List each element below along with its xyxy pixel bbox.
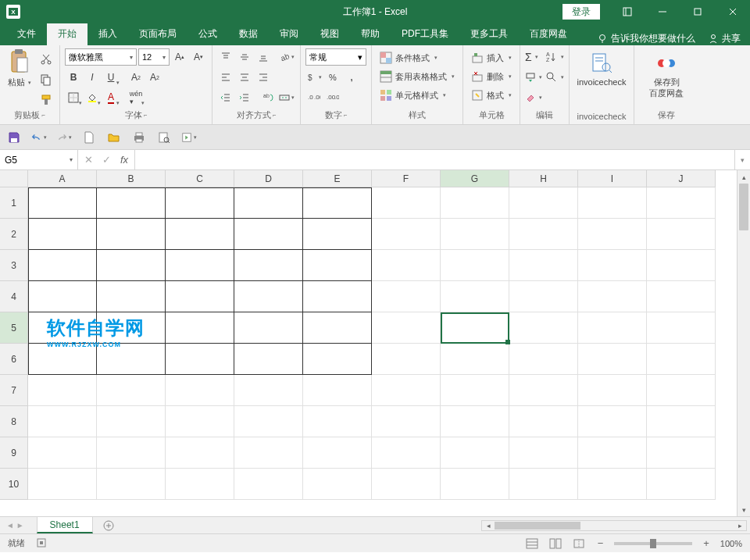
insert-cells-button[interactable]: 插入▾ bbox=[468, 48, 515, 67]
tab-file[interactable]: 文件 bbox=[6, 23, 47, 45]
col-header-G[interactable]: G bbox=[441, 170, 509, 187]
cell[interactable] bbox=[509, 281, 578, 312]
cell[interactable] bbox=[372, 375, 441, 406]
row-header-5[interactable]: 5 bbox=[0, 312, 28, 344]
cut-button[interactable] bbox=[38, 52, 55, 67]
cell[interactable] bbox=[166, 312, 234, 344]
col-header-E[interactable]: E bbox=[303, 170, 372, 187]
print-preview-button[interactable] bbox=[156, 130, 172, 145]
cell[interactable] bbox=[166, 281, 234, 312]
merge-button[interactable]: ▾ bbox=[278, 89, 295, 106]
format-cells-button[interactable]: 格式▾ bbox=[468, 86, 515, 105]
page-break-view-button[interactable] bbox=[571, 537, 587, 551]
save-baidu-button[interactable]: 保存到百度网盘 bbox=[639, 48, 694, 98]
cell[interactable] bbox=[441, 406, 509, 437]
tab-formulas[interactable]: 公式 bbox=[188, 23, 228, 45]
cell[interactable] bbox=[372, 187, 441, 219]
redo-button[interactable]: ▾ bbox=[56, 130, 72, 145]
fill-color-button[interactable] bbox=[84, 89, 101, 106]
save-button[interactable] bbox=[6, 130, 22, 145]
scroll-left-button[interactable]: ◂ bbox=[482, 521, 495, 530]
tab-data[interactable]: 数据 bbox=[228, 23, 269, 45]
align-top-button[interactable] bbox=[217, 48, 234, 66]
paste-button[interactable]: 粘贴▾ bbox=[5, 48, 34, 88]
row-header-1[interactable]: 1 bbox=[0, 187, 28, 219]
align-bottom-button[interactable] bbox=[255, 48, 272, 66]
delete-cells-button[interactable]: 删除▾ bbox=[468, 67, 515, 86]
align-right-button[interactable] bbox=[255, 69, 272, 86]
cell[interactable] bbox=[647, 469, 716, 500]
cell[interactable] bbox=[578, 344, 647, 375]
cell[interactable] bbox=[578, 406, 647, 437]
bold-button[interactable]: B bbox=[65, 69, 82, 86]
cell[interactable] bbox=[441, 437, 509, 469]
cell[interactable] bbox=[166, 219, 234, 250]
cell[interactable] bbox=[234, 375, 303, 406]
col-header-H[interactable]: H bbox=[509, 170, 578, 187]
italic-button[interactable]: I bbox=[84, 69, 101, 86]
font-subscript-button[interactable]: A2 bbox=[146, 69, 163, 86]
cell[interactable] bbox=[647, 187, 716, 219]
cell[interactable] bbox=[509, 406, 578, 437]
zoom-in-button[interactable]: + bbox=[700, 537, 712, 549]
tab-more-tools[interactable]: 更多工具 bbox=[459, 23, 519, 45]
cell[interactable] bbox=[441, 344, 509, 375]
cell[interactable] bbox=[578, 469, 647, 500]
tab-review[interactable]: 审阅 bbox=[269, 23, 309, 45]
cell[interactable] bbox=[234, 219, 303, 250]
cell[interactable] bbox=[441, 469, 509, 500]
cell[interactable] bbox=[441, 250, 509, 281]
find-select-button[interactable]: ▾ bbox=[545, 69, 564, 86]
cell[interactable] bbox=[509, 344, 578, 375]
sheet-tab-active[interactable]: Sheet1 bbox=[37, 517, 93, 533]
cell[interactable] bbox=[97, 187, 166, 219]
scroll-down-button[interactable]: ▾ bbox=[738, 503, 750, 516]
font-superscript-button[interactable]: A2 bbox=[127, 69, 145, 86]
new-file-button[interactable] bbox=[81, 130, 97, 145]
increase-indent-button[interactable] bbox=[236, 89, 253, 106]
macro-record-icon[interactable] bbox=[36, 537, 47, 550]
sort-filter-button[interactable]: AZ▾ bbox=[545, 48, 564, 66]
cell[interactable] bbox=[578, 312, 647, 344]
decrease-decimal-button[interactable]: .00.0 bbox=[324, 89, 341, 106]
zoom-out-button[interactable]: − bbox=[595, 537, 607, 549]
cancel-formula-button[interactable]: ✕ bbox=[84, 154, 93, 166]
zoom-level[interactable]: 100% bbox=[720, 539, 742, 548]
cell[interactable] bbox=[578, 281, 647, 312]
cell[interactable] bbox=[234, 469, 303, 500]
row-header-4[interactable]: 4 bbox=[0, 281, 28, 312]
format-as-table-button[interactable]: 套用表格格式▾ bbox=[377, 67, 458, 86]
increase-decimal-button[interactable]: .0.00 bbox=[305, 89, 323, 106]
cell[interactable] bbox=[441, 187, 509, 219]
autosum-button[interactable]: Σ▾ bbox=[525, 48, 542, 66]
cell[interactable] bbox=[303, 219, 372, 250]
number-format-select[interactable]: 常规▾ bbox=[305, 48, 366, 66]
cell[interactable] bbox=[578, 250, 647, 281]
align-left-button[interactable] bbox=[217, 69, 234, 86]
cell[interactable] bbox=[166, 250, 234, 281]
accounting-format-button[interactable]: $▾ bbox=[305, 69, 323, 86]
cell[interactable] bbox=[509, 437, 578, 469]
login-button[interactable]: 登录 bbox=[562, 4, 600, 20]
cell[interactable] bbox=[234, 187, 303, 219]
normal-view-button[interactable] bbox=[524, 537, 540, 551]
tab-pdf-tools[interactable]: PDF工具集 bbox=[391, 23, 459, 45]
cell[interactable] bbox=[166, 187, 234, 219]
cell[interactable] bbox=[28, 469, 97, 500]
col-header-J[interactable]: J bbox=[647, 170, 716, 187]
cell[interactable] bbox=[234, 437, 303, 469]
wrap-text-button[interactable]: ab bbox=[259, 89, 277, 106]
scroll-up-button[interactable]: ▴ bbox=[738, 170, 750, 184]
cell[interactable] bbox=[303, 344, 372, 375]
cell[interactable] bbox=[97, 281, 166, 312]
tab-page-layout[interactable]: 页面布局 bbox=[128, 23, 188, 45]
cell[interactable] bbox=[372, 312, 441, 344]
font-size-select[interactable]: 12▾ bbox=[138, 48, 170, 66]
cell[interactable] bbox=[372, 344, 441, 375]
alignment-launcher-icon[interactable]: ⌐ bbox=[273, 112, 277, 119]
row-header-3[interactable]: 3 bbox=[0, 250, 28, 281]
share-button[interactable]: 共享 bbox=[708, 32, 741, 45]
tab-home[interactable]: 开始 bbox=[47, 23, 88, 45]
cell[interactable] bbox=[647, 312, 716, 344]
ribbon-display-options-icon[interactable] bbox=[609, 0, 645, 23]
